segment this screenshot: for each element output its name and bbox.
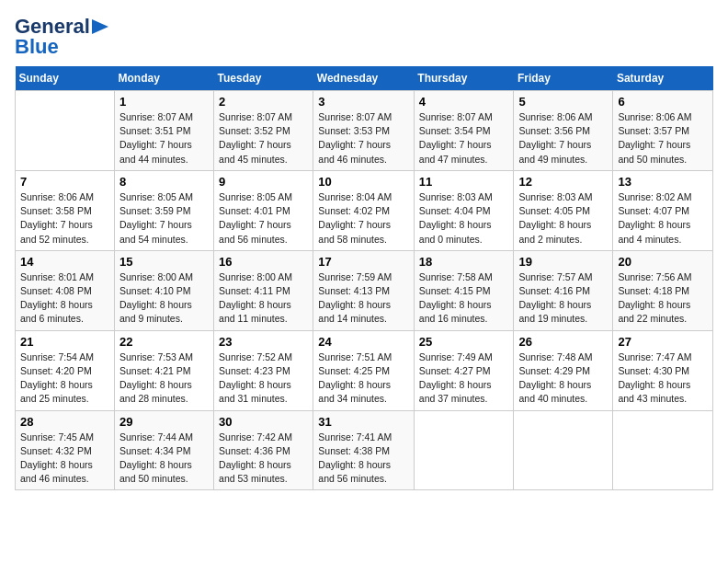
cell-week2-day2: 8Sunrise: 8:05 AMSunset: 3:59 PMDaylight… [114,170,213,250]
day-number: 10 [318,175,408,189]
day-info: Sunrise: 7:45 AMSunset: 4:32 PMDaylight:… [20,431,109,487]
cell-week4-day1: 21Sunrise: 7:54 AMSunset: 4:20 PMDayligh… [16,330,115,410]
logo-blue: Blue [15,35,59,59]
day-info: Sunrise: 8:05 AMSunset: 3:59 PMDaylight:… [119,190,209,247]
day-info: Sunrise: 7:53 AMSunset: 4:21 PMDaylight:… [119,350,209,407]
day-number: 28 [20,415,109,429]
day-number: 9 [219,175,308,189]
col-header-thursday: Thursday [414,66,514,91]
cell-week1-day1 [16,91,115,171]
day-number: 5 [518,95,608,109]
page-header: General Blue [15,15,713,59]
day-number: 1 [119,95,209,109]
col-header-wednesday: Wednesday [313,66,414,91]
cell-week1-day6: 5Sunrise: 8:06 AMSunset: 3:56 PMDaylight… [514,91,613,171]
col-header-monday: Monday [114,66,213,91]
day-info: Sunrise: 7:54 AMSunset: 4:20 PMDaylight:… [20,350,109,407]
header-row: SundayMondayTuesdayWednesdayThursdayFrid… [16,66,713,91]
week-row-1: 1Sunrise: 8:07 AMSunset: 3:51 PMDaylight… [16,91,713,171]
cell-week2-day1: 7Sunrise: 8:06 AMSunset: 3:58 PMDaylight… [16,170,115,250]
cell-week2-day5: 11Sunrise: 8:03 AMSunset: 4:04 PMDayligh… [414,170,514,250]
day-info: Sunrise: 7:52 AMSunset: 4:23 PMDaylight:… [219,350,308,407]
cell-week5-day7 [613,410,713,490]
day-number: 29 [119,415,209,429]
day-info: Sunrise: 8:07 AMSunset: 3:51 PMDaylight:… [119,110,209,167]
day-info: Sunrise: 8:06 AMSunset: 3:57 PMDaylight:… [618,110,708,167]
day-info: Sunrise: 7:41 AMSunset: 4:38 PMDaylight:… [318,431,408,487]
cell-week3-day5: 18Sunrise: 7:58 AMSunset: 4:15 PMDayligh… [414,250,514,330]
cell-week4-day5: 25Sunrise: 7:49 AMSunset: 4:27 PMDayligh… [414,330,514,410]
day-number: 15 [119,255,209,269]
cell-week3-day7: 20Sunrise: 7:56 AMSunset: 4:18 PMDayligh… [613,250,713,330]
day-info: Sunrise: 8:00 AMSunset: 4:10 PMDaylight:… [119,270,209,327]
cell-week1-day5: 4Sunrise: 8:07 AMSunset: 3:54 PMDaylight… [414,91,514,171]
day-number: 3 [318,95,408,109]
day-info: Sunrise: 7:51 AMSunset: 4:25 PMDaylight:… [318,350,408,407]
day-info: Sunrise: 7:47 AMSunset: 4:30 PMDaylight:… [618,350,708,407]
day-number: 20 [618,255,708,269]
day-info: Sunrise: 7:44 AMSunset: 4:34 PMDaylight:… [119,431,209,487]
day-number: 6 [618,95,708,109]
day-number: 19 [518,255,608,269]
cell-week4-day6: 26Sunrise: 7:48 AMSunset: 4:29 PMDayligh… [514,330,613,410]
day-info: Sunrise: 7:58 AMSunset: 4:15 PMDaylight:… [419,270,509,327]
day-info: Sunrise: 8:06 AMSunset: 3:56 PMDaylight:… [518,110,608,167]
week-row-2: 7Sunrise: 8:06 AMSunset: 3:58 PMDaylight… [16,170,713,250]
col-header-saturday: Saturday [613,66,713,91]
cell-week3-day2: 15Sunrise: 8:00 AMSunset: 4:10 PMDayligh… [114,250,213,330]
day-info: Sunrise: 7:56 AMSunset: 4:18 PMDaylight:… [618,270,708,327]
day-info: Sunrise: 8:07 AMSunset: 3:54 PMDaylight:… [419,110,509,167]
day-number: 31 [318,415,408,429]
col-header-friday: Friday [514,66,613,91]
day-number: 4 [419,95,509,109]
day-number: 16 [219,255,308,269]
cell-week4-day3: 23Sunrise: 7:52 AMSunset: 4:23 PMDayligh… [214,330,313,410]
day-number: 21 [20,335,109,349]
cell-week3-day4: 17Sunrise: 7:59 AMSunset: 4:13 PMDayligh… [313,250,414,330]
svg-marker-0 [92,19,108,34]
cell-week1-day4: 3Sunrise: 8:07 AMSunset: 3:53 PMDaylight… [313,91,414,171]
day-number: 7 [20,175,109,189]
day-number: 17 [318,255,408,269]
cell-week1-day7: 6Sunrise: 8:06 AMSunset: 3:57 PMDaylight… [613,91,713,171]
cell-week2-day3: 9Sunrise: 8:05 AMSunset: 4:01 PMDaylight… [214,170,313,250]
day-info: Sunrise: 7:48 AMSunset: 4:29 PMDaylight:… [518,350,608,407]
day-number: 26 [518,335,608,349]
day-number: 13 [618,175,708,189]
day-info: Sunrise: 7:59 AMSunset: 4:13 PMDaylight:… [318,270,408,327]
day-info: Sunrise: 8:00 AMSunset: 4:11 PMDaylight:… [219,270,308,327]
day-info: Sunrise: 8:02 AMSunset: 4:07 PMDaylight:… [618,190,708,247]
logo: General Blue [15,15,112,59]
day-number: 8 [119,175,209,189]
cell-week2-day6: 12Sunrise: 8:03 AMSunset: 4:05 PMDayligh… [514,170,613,250]
day-number: 27 [618,335,708,349]
day-info: Sunrise: 7:42 AMSunset: 4:36 PMDaylight:… [219,431,308,487]
day-info: Sunrise: 8:05 AMSunset: 4:01 PMDaylight:… [219,190,308,247]
day-number: 25 [419,335,509,349]
day-info: Sunrise: 8:07 AMSunset: 3:52 PMDaylight:… [219,110,308,167]
day-number: 14 [20,255,109,269]
day-info: Sunrise: 8:01 AMSunset: 4:08 PMDaylight:… [20,270,109,327]
cell-week5-day1: 28Sunrise: 7:45 AMSunset: 4:32 PMDayligh… [16,410,115,490]
cell-week5-day6 [514,410,613,490]
day-number: 23 [219,335,308,349]
day-info: Sunrise: 7:49 AMSunset: 4:27 PMDaylight:… [419,350,509,407]
day-info: Sunrise: 8:04 AMSunset: 4:02 PMDaylight:… [318,190,408,247]
week-row-3: 14Sunrise: 8:01 AMSunset: 4:08 PMDayligh… [16,250,713,330]
day-info: Sunrise: 8:06 AMSunset: 3:58 PMDaylight:… [20,190,109,247]
day-info: Sunrise: 8:07 AMSunset: 3:53 PMDaylight:… [318,110,408,167]
cell-week3-day3: 16Sunrise: 8:00 AMSunset: 4:11 PMDayligh… [214,250,313,330]
cell-week1-day2: 1Sunrise: 8:07 AMSunset: 3:51 PMDaylight… [114,91,213,171]
cell-week4-day7: 27Sunrise: 7:47 AMSunset: 4:30 PMDayligh… [613,330,713,410]
logo-arrow-icon [92,17,112,36]
cell-week4-day4: 24Sunrise: 7:51 AMSunset: 4:25 PMDayligh… [313,330,414,410]
day-number: 22 [119,335,209,349]
day-number: 24 [318,335,408,349]
cell-week1-day3: 2Sunrise: 8:07 AMSunset: 3:52 PMDaylight… [214,91,313,171]
week-row-4: 21Sunrise: 7:54 AMSunset: 4:20 PMDayligh… [16,330,713,410]
cell-week5-day4: 31Sunrise: 7:41 AMSunset: 4:38 PMDayligh… [313,410,414,490]
cell-week4-day2: 22Sunrise: 7:53 AMSunset: 4:21 PMDayligh… [114,330,213,410]
week-row-5: 28Sunrise: 7:45 AMSunset: 4:32 PMDayligh… [16,410,713,490]
col-header-sunday: Sunday [16,66,115,91]
day-info: Sunrise: 7:57 AMSunset: 4:16 PMDaylight:… [518,270,608,327]
